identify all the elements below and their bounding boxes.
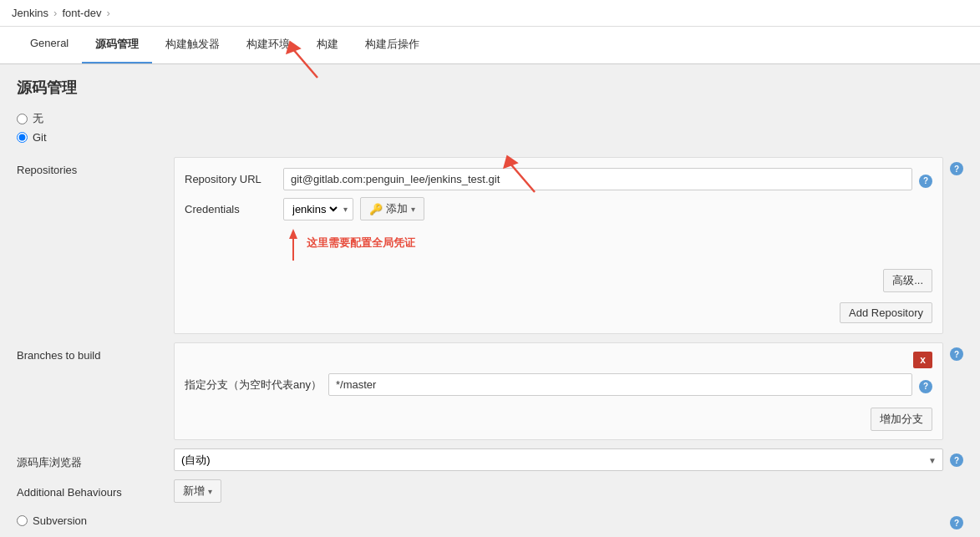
tab-build-env[interactable]: 构建环境 bbox=[233, 27, 303, 63]
add-credentials-label: 添加 bbox=[386, 201, 408, 216]
repo-url-help-icon[interactable]: ? bbox=[919, 175, 932, 188]
subversion-label-wrap[interactable]: Subversion bbox=[17, 514, 87, 527]
breadcrumb-fontdev[interactable]: font-dev bbox=[62, 7, 101, 19]
radio-git[interactable]: Git bbox=[17, 131, 963, 144]
radio-git-label: Git bbox=[33, 131, 47, 144]
tabs-bar: General 源码管理 构建触发器 构建环境 构建 构建后操作 bbox=[0, 27, 980, 64]
branches-content: x 指定分支（为空时代表any） ? 增加分支 bbox=[174, 342, 943, 440]
additional-behaviours-row: Additional Behaviours 新增 ▾ bbox=[17, 479, 963, 503]
scm-section-title: 源码管理 bbox=[17, 78, 963, 98]
repo-buttons-right: 高级... bbox=[185, 269, 932, 292]
radio-none[interactable]: 无 bbox=[17, 111, 963, 126]
add-credentials-caret: ▾ bbox=[411, 205, 415, 214]
subversion-row: Subversion ? bbox=[17, 511, 963, 529]
add-behaviour-caret: ▾ bbox=[208, 487, 212, 496]
branches-help-icon[interactable]: ? bbox=[950, 347, 963, 361]
radio-git-input[interactable] bbox=[17, 132, 28, 143]
branches-label: Branches to build bbox=[17, 342, 167, 362]
branch-input[interactable] bbox=[328, 373, 912, 396]
repositories-row: Repositories Repository URL ? Credential… bbox=[17, 157, 963, 334]
repo-url-row: Repository URL ? bbox=[185, 168, 932, 190]
subversion-label: Subversion bbox=[33, 514, 87, 527]
tab-general[interactable]: General bbox=[17, 27, 82, 63]
repo-box: Repository URL ? Credentials jenkins bbox=[174, 157, 943, 334]
scm-radio-group: 无 Git bbox=[17, 111, 963, 144]
arrow-up-container bbox=[285, 227, 302, 262]
repo-url-input[interactable] bbox=[283, 168, 912, 190]
additional-behaviours-content: 新增 ▾ bbox=[174, 479, 963, 503]
tab-post-build[interactable]: 构建后操作 bbox=[352, 27, 433, 63]
branch-input-row: 指定分支（为空时代表any） ? bbox=[185, 373, 932, 396]
source-browser-content: (自动) bbox=[174, 448, 943, 471]
source-browser-help-icon[interactable]: ? bbox=[950, 453, 963, 467]
repositories-content: Repository URL ? Credentials jenkins bbox=[174, 157, 943, 334]
branches-row: Branches to build x 指定分支（为空时代表any） ? 增加分… bbox=[17, 342, 963, 440]
page-body: 源码管理 无 Git Repositories Repository URL bbox=[0, 64, 980, 537]
annotation-text: 这里需要配置全局凭证 bbox=[307, 236, 415, 251]
credentials-select[interactable]: jenkins bbox=[289, 202, 340, 216]
branch-delete-row: x bbox=[185, 352, 932, 368]
credentials-caret: ▾ bbox=[343, 205, 348, 214]
tab-build-trigger[interactable]: 构建触发器 bbox=[152, 27, 233, 63]
radio-subversion-input[interactable] bbox=[17, 515, 28, 526]
breadcrumb-jenkins[interactable]: Jenkins bbox=[12, 7, 48, 19]
branch-help-icon[interactable]: ? bbox=[919, 380, 932, 393]
add-credentials-button[interactable]: 🔑 添加 ▾ bbox=[360, 197, 424, 220]
credentials-row-container: Credentials jenkins ▾ 🔑 添加 bbox=[185, 197, 932, 220]
source-browser-select[interactable]: (自动) bbox=[174, 448, 943, 471]
credentials-label: Credentials bbox=[185, 203, 277, 215]
branches-box: x 指定分支（为空时代表any） ? 增加分支 bbox=[174, 342, 943, 440]
add-repo-buttons-right: Add Repository bbox=[185, 297, 932, 323]
add-branch-buttons-right: 增加分支 bbox=[185, 403, 932, 431]
svg-marker-1 bbox=[289, 229, 297, 239]
add-repository-button[interactable]: Add Repository bbox=[840, 302, 932, 323]
branch-specifier-label: 指定分支（为空时代表any） bbox=[185, 377, 322, 393]
radio-none-input[interactable] bbox=[17, 114, 28, 124]
additional-behaviours-label: Additional Behaviours bbox=[17, 479, 167, 499]
source-browser-row: 源码库浏览器 (自动) ? bbox=[17, 448, 963, 471]
breadcrumb: Jenkins › font-dev › bbox=[0, 0, 980, 27]
annotation-container: 这里需要配置全局凭证 bbox=[285, 227, 932, 262]
source-browser-select-wrapper[interactable]: (自动) bbox=[174, 448, 943, 471]
tab-build[interactable]: 构建 bbox=[303, 27, 352, 63]
repo-url-label: Repository URL bbox=[185, 173, 277, 185]
advanced-button[interactable]: 高级... bbox=[883, 269, 932, 292]
add-behaviour-button[interactable]: 新增 ▾ bbox=[174, 479, 221, 503]
annotation-arrow-svg bbox=[285, 229, 302, 262]
breadcrumb-sep1: › bbox=[53, 7, 57, 19]
breadcrumb-sep2: › bbox=[106, 7, 109, 19]
credentials-select-wrapper[interactable]: jenkins ▾ bbox=[283, 198, 353, 220]
credentials-controls: jenkins ▾ 🔑 添加 ▾ bbox=[283, 197, 424, 220]
repositories-help-icon[interactable]: ? bbox=[950, 162, 963, 175]
repositories-label: Repositories bbox=[17, 157, 167, 176]
add-behaviour-label: 新增 bbox=[183, 484, 205, 499]
source-browser-label: 源码库浏览器 bbox=[17, 448, 167, 470]
radio-none-label: 无 bbox=[33, 111, 43, 126]
key-icon: 🔑 bbox=[369, 203, 383, 215]
add-branch-button[interactable]: 增加分支 bbox=[871, 408, 932, 431]
tab-scm[interactable]: 源码管理 bbox=[82, 27, 152, 63]
subversion-help-icon[interactable]: ? bbox=[950, 516, 963, 529]
branch-delete-button[interactable]: x bbox=[913, 352, 932, 368]
